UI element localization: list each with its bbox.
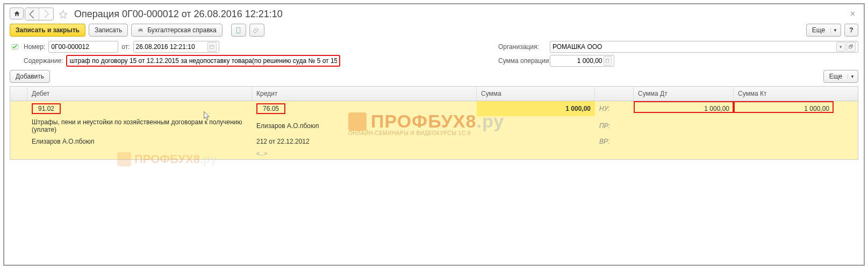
number-field[interactable]: [51, 41, 116, 52]
sum-field[interactable]: [553, 55, 602, 66]
credit-account: 76.05: [256, 103, 285, 114]
favorite-star-button[interactable]: [57, 8, 69, 20]
debit-analytic2-cell[interactable]: Елизаров А.О.пбоюп: [27, 136, 252, 147]
status-icon: [10, 41, 20, 52]
svg-rect-1: [139, 28, 142, 29]
more-label-table: Еще: [829, 73, 842, 80]
attach-button[interactable]: [249, 24, 264, 37]
credit-analytic2-cell[interactable]: 212 от 22.12.2012: [252, 136, 477, 147]
sum-dt-cell[interactable]: 1 000,00: [634, 101, 734, 116]
page-title: Операция 0Г00-000012 от 26.08.2016 12:21…: [74, 9, 283, 20]
col-index: [10, 87, 27, 101]
chevron-down-icon: ▼: [830, 28, 837, 33]
home-icon: [13, 10, 20, 17]
calendar-button[interactable]: [207, 42, 216, 52]
sum-cell[interactable]: 1 000,00: [477, 101, 595, 116]
org-open-button[interactable]: 🗗: [847, 42, 856, 52]
sum-input[interactable]: [550, 55, 614, 67]
ref-label: Бухгалтерская справка: [147, 26, 217, 34]
nav-forward-button[interactable]: [39, 8, 53, 20]
arrow-left-icon: [25, 8, 39, 20]
debit-analytic1-cell[interactable]: Штрафы, пени и неустойки по хозяйственны…: [27, 116, 252, 136]
number-input[interactable]: [48, 41, 118, 53]
more-label: Еще: [812, 26, 825, 34]
org-label: Организация:: [498, 43, 547, 51]
more-button-toolbar[interactable]: Еще▼: [806, 24, 841, 37]
calendar-icon: [209, 44, 214, 49]
org-select-button[interactable]: ▾: [836, 42, 845, 52]
pr-label: ПР:: [595, 116, 634, 136]
calculator-icon: [605, 58, 610, 63]
content-input[interactable]: [66, 55, 340, 67]
col-debit: Дебет: [27, 87, 252, 101]
svg-rect-3: [237, 27, 241, 33]
debit-account: 91.02: [32, 103, 61, 114]
credit-analytic3-cell[interactable]: <...>: [252, 147, 477, 159]
date-input[interactable]: [133, 41, 219, 53]
paperclip-icon: [253, 27, 260, 34]
col-nu: [595, 87, 634, 101]
sum-kt-cell[interactable]: 1 000,00: [734, 101, 834, 116]
date-field[interactable]: [136, 41, 207, 52]
svg-rect-5: [210, 45, 214, 49]
content-field[interactable]: [69, 56, 337, 66]
sum-label: Сумма операции:: [498, 57, 547, 65]
chevron-down-icon: ▼: [848, 74, 855, 79]
save-button[interactable]: Записать: [89, 24, 128, 37]
sum-value: 1 000,00: [565, 105, 591, 112]
svg-rect-7: [606, 59, 609, 63]
more-button-table[interactable]: Еще▼: [823, 70, 858, 83]
col-sum: Сумма: [477, 87, 595, 101]
accounting-reference-button[interactable]: Бухгалтерская справка: [131, 24, 223, 37]
nu-label: НУ:: [595, 101, 634, 116]
vr-label: ВР:: [595, 136, 634, 147]
sum-dt-value: 1 000,00: [704, 105, 729, 112]
svg-rect-2: [139, 31, 142, 32]
arrow-right-icon: [39, 8, 53, 20]
row-index: [10, 101, 27, 116]
printer-icon: [137, 27, 144, 34]
org-field[interactable]: [553, 41, 835, 52]
col-sum-kt: Сумма Кт: [734, 87, 834, 101]
help-button[interactable]: ?: [844, 24, 858, 37]
document-icon: [235, 27, 242, 34]
content-label: Содержание:: [24, 57, 63, 65]
nav-home-button[interactable]: [10, 8, 24, 19]
nav-back-button[interactable]: [25, 8, 39, 20]
doc-icon-button[interactable]: [231, 24, 246, 37]
sum-calc-button[interactable]: [604, 56, 612, 66]
sum-kt-value: 1 000,00: [804, 105, 829, 112]
from-label: от:: [121, 43, 130, 51]
col-sum-dt: Сумма Дт: [634, 87, 734, 101]
help-label: ?: [849, 26, 853, 34]
add-button[interactable]: Добавить: [10, 70, 50, 83]
add-label: Добавить: [16, 73, 44, 80]
number-label: Номер:: [24, 43, 45, 51]
org-input[interactable]: ▾ 🗗: [550, 41, 858, 53]
credit-analytic1-cell[interactable]: Елизаров А.О.пбоюп: [252, 116, 477, 136]
col-credit: Кредит: [252, 87, 477, 101]
star-icon: [59, 10, 68, 19]
save-and-close-button[interactable]: Записать и закрыть: [10, 24, 85, 37]
save-close-label: Записать и закрыть: [16, 26, 80, 34]
debit-account-cell[interactable]: 91.02: [27, 101, 252, 116]
close-button[interactable]: ×: [850, 9, 858, 19]
save-label: Записать: [95, 26, 122, 34]
credit-account-cell[interactable]: 76.05: [252, 101, 477, 116]
